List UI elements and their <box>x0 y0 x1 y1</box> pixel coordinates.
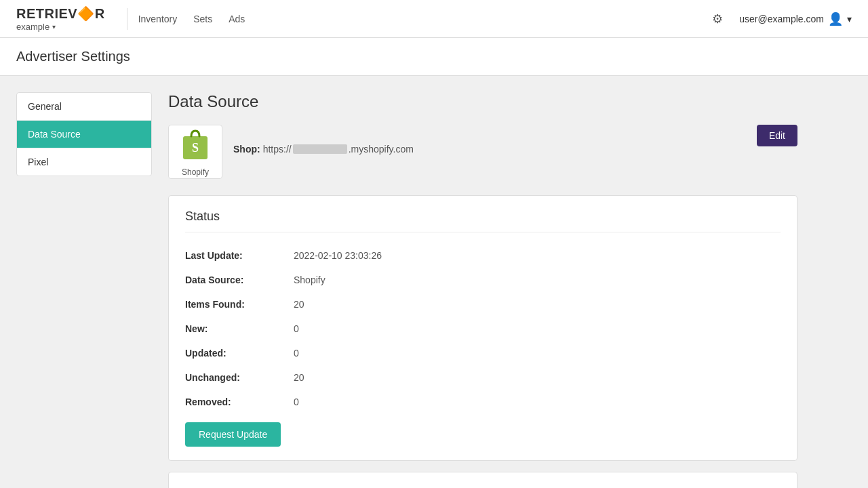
schedule-section: Schedule <box>168 472 797 488</box>
status-title: Status <box>185 209 781 232</box>
status-label-removed: Removed: <box>185 396 294 407</box>
status-row-unchanged: Unchanged: 20 <box>185 365 781 390</box>
shopify-logo-box: S Shopify <box>168 125 222 179</box>
status-row-items-found: Items Found: 20 <box>185 292 781 317</box>
logo: RETRIEV🔶R example ▾ <box>16 5 105 32</box>
content-area: Data Source S Shopify Shop: https:// <box>168 92 797 488</box>
sidebar-item-pixel[interactable]: Pixel <box>17 148 151 176</box>
datasource-info: Shop: https:// .myshopify.com <box>233 125 414 155</box>
status-value-unchanged: 20 <box>294 372 304 383</box>
svg-text:S: S <box>192 141 199 155</box>
shop-url-row: Shop: https:// .myshopify.com <box>233 144 414 155</box>
sidebar-item-general[interactable]: General <box>17 93 151 121</box>
status-value-items-found: 20 <box>294 299 304 310</box>
status-row-new: New: 0 <box>185 317 781 341</box>
status-label-updated: Updated: <box>185 348 294 359</box>
status-label-new: New: <box>185 323 294 334</box>
logo-text-main: RETRIEV <box>16 6 77 21</box>
sidebar-menu: General Data Source Pixel <box>16 92 152 176</box>
shop-label: Shop: <box>233 144 260 155</box>
nav-item-inventory[interactable]: Inventory <box>138 11 178 27</box>
status-value-new: 0 <box>294 323 299 334</box>
user-avatar-icon: 👤 <box>828 12 843 26</box>
status-row-last-update: Last Update: 2022-02-10 23:03:26 <box>185 243 781 268</box>
status-row-updated: Updated: 0 <box>185 341 781 365</box>
status-label-data-source: Data Source: <box>185 274 294 285</box>
user-caret-icon: ▾ <box>847 14 852 24</box>
header-divider <box>127 8 127 30</box>
section-title: Data Source <box>168 92 797 111</box>
account-caret-icon: ▾ <box>52 23 56 30</box>
sidebar: General Data Source Pixel <box>16 92 152 488</box>
account-label: example <box>16 22 50 32</box>
status-value-last-update: 2022-02-10 23:03:26 <box>294 250 382 261</box>
shop-url-prefix: https:// <box>263 144 292 155</box>
status-row-removed: Removed: 0 <box>185 390 781 414</box>
status-value-updated: 0 <box>294 348 299 359</box>
logo-text-r: R <box>95 6 105 21</box>
status-value-removed: 0 <box>294 396 299 407</box>
nav-item-sets[interactable]: Sets <box>193 11 212 27</box>
request-update-button[interactable]: Request Update <box>185 422 281 447</box>
user-email: user@example.com <box>739 14 824 24</box>
status-label-last-update: Last Update: <box>185 250 294 261</box>
main-nav: Inventory Sets Ads <box>138 11 245 27</box>
datasource-card: S Shopify Shop: https:// .myshopify.com … <box>168 125 797 179</box>
logo-area: RETRIEV🔶R example ▾ <box>16 5 105 32</box>
shop-url-suffix: .myshopify.com <box>349 144 414 155</box>
status-label-unchanged: Unchanged: <box>185 372 294 383</box>
edit-button[interactable]: Edit <box>757 125 797 146</box>
logo-o: 🔶 <box>77 6 95 21</box>
status-section: Status Last Update: 2022-02-10 23:03:26 … <box>168 195 797 461</box>
shopify-logo-svg: S <box>179 127 212 162</box>
user-info[interactable]: user@example.com 👤 ▾ <box>739 12 852 26</box>
shop-url-redacted <box>293 144 347 154</box>
header-right: ⚙ user@example.com 👤 ▾ <box>707 8 852 30</box>
page-title: Advertiser Settings <box>16 49 852 64</box>
nav-item-ads[interactable]: Ads <box>229 11 245 27</box>
settings-icon[interactable]: ⚙ <box>707 8 728 30</box>
sidebar-item-data-source[interactable]: Data Source <box>17 121 151 148</box>
header: RETRIEV🔶R example ▾ Inventory Sets Ads ⚙… <box>0 0 868 38</box>
status-row-data-source: Data Source: Shopify <box>185 268 781 292</box>
shopify-provider-label: Shopify <box>182 167 209 177</box>
main-content: General Data Source Pixel Data Source S … <box>0 76 814 488</box>
status-label-items-found: Items Found: <box>185 299 294 310</box>
status-value-data-source: Shopify <box>294 274 326 285</box>
page-header: Advertiser Settings <box>0 38 868 76</box>
account-name[interactable]: example ▾ <box>16 22 105 32</box>
